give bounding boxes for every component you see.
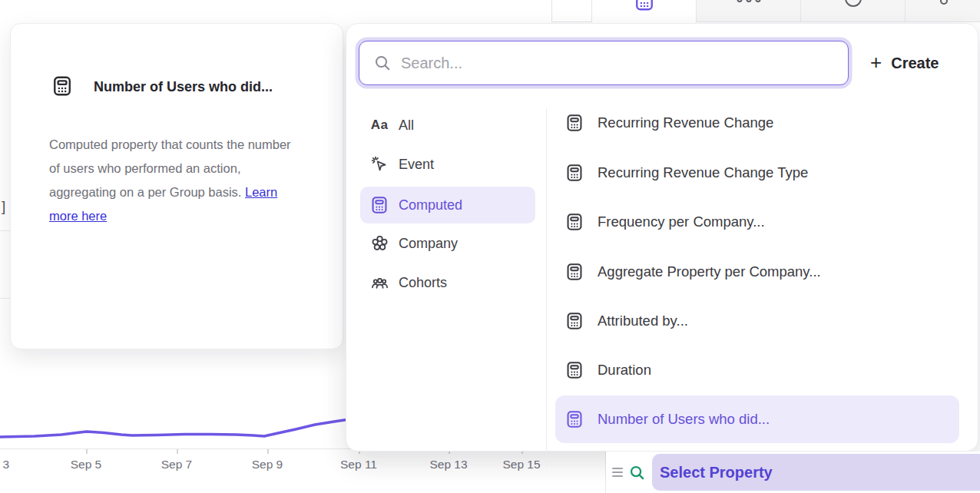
x-axis-label: Sep 5 xyxy=(63,458,109,471)
category-label: Computed xyxy=(399,197,462,213)
x-axis-label: Sep 3 xyxy=(0,458,17,471)
property-label: Aggregate Property per Company... xyxy=(598,263,821,280)
create-button[interactable]: + Create xyxy=(870,47,939,79)
select-property-button[interactable]: Select Property xyxy=(652,454,980,491)
calculator-icon xyxy=(633,0,656,12)
tooltip-description: Computed property that counts the number… xyxy=(49,133,293,228)
property-label: Frequency per Company... xyxy=(598,213,765,230)
category-all[interactable]: Aa All xyxy=(360,110,535,141)
property-label: Attributed by... xyxy=(598,313,688,329)
property-number-of-users-who-did[interactable]: Number of Users who did... xyxy=(555,395,959,443)
calculator-icon xyxy=(564,113,584,133)
x-axis-label: Sep 15 xyxy=(498,458,545,471)
calculator-icon xyxy=(564,212,584,232)
property-picker-popover: + Create Aa All Event Computed xyxy=(346,23,978,452)
category-label: Event xyxy=(399,157,434,173)
create-button-label: Create xyxy=(891,55,939,72)
property-frequency-per-company[interactable]: Frequency per Company... xyxy=(555,207,959,237)
property-duration[interactable]: Duration xyxy=(555,355,959,385)
event-cursor-icon xyxy=(369,154,389,174)
category-company[interactable]: Company xyxy=(360,228,535,259)
tab-second[interactable] xyxy=(696,0,800,22)
calculator-icon xyxy=(564,360,584,380)
search-icon xyxy=(373,54,392,72)
calculator-icon xyxy=(369,195,389,215)
category-event[interactable]: Event xyxy=(360,149,535,180)
history-icon xyxy=(845,0,862,7)
content-panel-divider xyxy=(551,0,552,22)
tooltip-title: Number of Users who did... xyxy=(94,79,273,95)
property-tooltip-card: Number of Users who did... Computed prop… xyxy=(10,23,343,349)
aa-icon: Aa xyxy=(369,115,389,135)
cohorts-icon xyxy=(369,273,389,293)
category-label: All xyxy=(399,117,414,134)
green-search-icon xyxy=(628,464,646,481)
view-tab-bar xyxy=(551,0,980,22)
calculator-icon xyxy=(564,262,584,282)
tab-fourth[interactable] xyxy=(905,0,980,22)
calculator-icon xyxy=(564,409,584,429)
axis-tick xyxy=(177,449,178,454)
category-label: Company xyxy=(399,236,458,252)
search-box xyxy=(359,41,849,85)
drag-handle-icon[interactable] xyxy=(612,468,623,477)
calculator-icon xyxy=(564,311,584,331)
search-input[interactable] xyxy=(401,55,848,72)
tab-computed-properties[interactable] xyxy=(591,0,696,22)
circle-icon xyxy=(940,0,948,5)
select-property-bar: Select Property xyxy=(606,452,980,493)
property-label: Recurring Revenue Change Type xyxy=(598,164,808,181)
tab-third[interactable] xyxy=(800,0,905,22)
calculator-icon xyxy=(51,74,74,98)
property-recurring-revenue-change-type[interactable]: Recurring Revenue Change Type xyxy=(555,157,959,188)
property-label: Number of Users who did... xyxy=(598,411,770,428)
company-icon xyxy=(369,233,389,253)
axis-tick xyxy=(86,449,88,454)
select-property-label: Select Property xyxy=(660,464,773,481)
property-aggregate-property-per-company[interactable]: Aggregate Property per Company... xyxy=(555,256,959,287)
property-recurring-revenue-change[interactable]: Recurring Revenue Change xyxy=(555,108,959,138)
x-axis-label: Sep 11 xyxy=(336,458,382,471)
property-label: Duration xyxy=(598,362,651,379)
plus-icon: + xyxy=(870,52,882,72)
x-axis-label: Sep 9 xyxy=(244,458,290,471)
x-axis-label: Sep 13 xyxy=(425,458,472,471)
popover-column-divider xyxy=(546,108,547,468)
category-label: Cohorts xyxy=(399,275,447,291)
property-label: Recurring Revenue Change xyxy=(598,114,773,131)
app-screen: ] Sep 3 Sep 5 Sep 7 Sep 9 Sep 11 Sep 13 … xyxy=(0,0,980,493)
axis-tick xyxy=(267,449,269,454)
category-computed[interactable]: Computed xyxy=(360,187,535,223)
property-attributed-by[interactable]: Attributed by... xyxy=(555,306,959,336)
calculator-icon xyxy=(564,163,584,183)
x-axis-label: Sep 7 xyxy=(154,458,200,471)
dots-icon xyxy=(737,0,760,2)
category-cohorts[interactable]: Cohorts xyxy=(360,267,535,298)
